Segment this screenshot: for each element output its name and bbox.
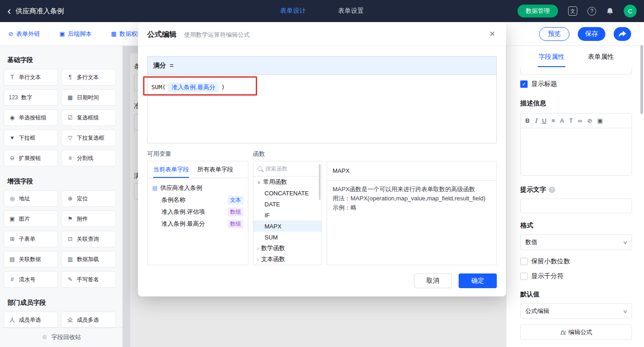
insert-image-icon[interactable]: ▣ xyxy=(597,117,603,124)
field-palette-item[interactable]: ⊞ 子表单 xyxy=(4,231,58,247)
function-row[interactable]: CONCATENATE xyxy=(253,188,322,199)
edit-formula-label: 编辑公式 xyxy=(569,328,592,336)
variables-tabs: 当前表单字段 所有表单字段 xyxy=(148,161,248,178)
field-palette-item[interactable]: # 流水号 xyxy=(4,271,58,288)
format-select[interactable]: 数值 ∨ xyxy=(520,234,632,250)
function-row[interactable]: › 数学函数 xyxy=(253,243,322,254)
function-row[interactable]: ∨ 常用函数 xyxy=(253,176,322,188)
bell-icon[interactable] xyxy=(606,7,614,15)
hint-label: 提示文字 ? xyxy=(520,186,632,194)
save-button[interactable]: 保存 xyxy=(578,27,605,41)
thousands-checkbox[interactable] xyxy=(520,273,528,280)
field-palette-item[interactable]: ✎ 手写签名 xyxy=(62,271,116,288)
field-palette-item[interactable]: ⊖ 扩展按钮 xyxy=(4,150,58,166)
function-search-input[interactable] xyxy=(265,165,317,172)
font-size-icon[interactable]: T xyxy=(569,117,573,124)
function-list-scrollbar[interactable] xyxy=(319,164,321,200)
topbar-right: 数据管理 文 ? C xyxy=(518,5,637,17)
topbar-tab[interactable]: 表单设置 xyxy=(338,7,364,15)
field-palette-item[interactable]: ▦ 日期时间 xyxy=(62,89,116,106)
field-palette-item[interactable]: ▣ 图片 xyxy=(4,210,58,227)
field-palette-item[interactable]: ⊡ 关联查询 xyxy=(62,231,116,247)
unlink-icon[interactable]: ⊘ xyxy=(587,117,592,124)
decimal-checkbox[interactable] xyxy=(520,258,528,265)
translate-icon[interactable]: 文 xyxy=(568,6,577,16)
cancel-button[interactable]: 取消 xyxy=(414,273,452,288)
edit-formula-button[interactable]: fx 编辑公式 xyxy=(520,324,632,340)
field-label: 下拉复选框 xyxy=(77,134,104,142)
function-row[interactable]: IF xyxy=(253,210,322,221)
toolbar-link-label: 后端脚本 xyxy=(68,30,92,38)
field-palette-item[interactable]: 众 成员多选 xyxy=(62,312,116,328)
avatar[interactable]: C xyxy=(624,5,637,17)
link-icon[interactable]: ∞ xyxy=(578,117,582,124)
field-recycle-bin[interactable]: ♲ 字段回收站 xyxy=(0,327,122,347)
data-manage-button[interactable]: 数据管理 xyxy=(518,5,558,17)
field-label: 数字 xyxy=(21,94,32,102)
modal-panels: 当前表单字段 所有表单字段 ▤ 供应商准入条例 条例名称 xyxy=(147,161,497,265)
back-icon[interactable]: ‹ xyxy=(7,6,11,17)
variable-type-tag: 数组 xyxy=(228,220,243,228)
properties-tab[interactable]: 表单属性 xyxy=(587,47,615,67)
variable-field[interactable]: 条例名称 文本 xyxy=(152,194,243,206)
field-title-input-partial[interactable] xyxy=(520,68,632,74)
bold-icon[interactable]: B xyxy=(525,117,529,124)
field-palette-item[interactable]: ≡ 分割线 xyxy=(62,150,116,166)
function-row[interactable]: MAPX xyxy=(253,221,322,232)
location-icon: ⊕ xyxy=(67,196,74,201)
field-palette-item[interactable]: ▤ 关联数据 xyxy=(4,251,58,267)
font-color-icon[interactable]: A xyxy=(560,117,564,124)
field-palette-item[interactable]: 人 成员单选 xyxy=(4,312,58,328)
close-icon[interactable]: × xyxy=(489,28,495,39)
field-palette-item[interactable]: ▥ 数据加载 xyxy=(62,251,116,267)
variable-field[interactable]: 准入条例.评估项 数组 xyxy=(152,206,243,218)
properties-tab[interactable]: 字段属性 xyxy=(538,47,565,67)
field-palette-item[interactable]: ☑ 复选框组 xyxy=(62,109,116,126)
underline-icon[interactable]: U xyxy=(542,117,546,124)
function-row[interactable]: DATE xyxy=(253,199,322,210)
field-palette-item[interactable]: ◎ 地址 xyxy=(4,190,58,207)
field-palette-item[interactable]: ▽ 下拉复选框 xyxy=(62,130,116,146)
default-value-select[interactable]: 公式编辑 ∨ xyxy=(520,303,632,319)
align-icon[interactable]: ≡ xyxy=(552,117,555,124)
show-title-checkbox[interactable]: ✓ xyxy=(520,80,528,88)
field-palette-item[interactable]: T 单行文本 xyxy=(4,69,58,85)
function-row[interactable]: SUM xyxy=(253,232,322,243)
variables-root[interactable]: ▤ 供应商准入条例 xyxy=(152,182,243,194)
hint-input[interactable] xyxy=(520,199,632,213)
field-palette-item[interactable]: ¶ 多行文本 xyxy=(62,69,116,85)
topbar-tab[interactable]: 表单设计 xyxy=(280,7,306,15)
italic-icon[interactable]: I xyxy=(535,117,537,124)
variables-tab[interactable]: 当前表单字段 xyxy=(153,161,189,178)
multi-line-text-icon: ¶ xyxy=(67,74,74,80)
description-editor[interactable]: B I U ≡ A T ∞ ⊘ ▣ xyxy=(520,113,632,176)
dropdown-multi-icon: ▽ xyxy=(67,135,74,141)
field-palette-item[interactable]: ▼ 下拉框 xyxy=(4,130,58,146)
help-icon[interactable]: ? xyxy=(587,7,596,16)
toolbar-actions: 预览 保存 xyxy=(539,27,631,41)
confirm-button[interactable]: 确定 xyxy=(459,273,497,288)
variable-field[interactable]: 准入条例.最高分 数组 xyxy=(152,218,243,230)
address-icon: ◎ xyxy=(9,196,16,201)
function-list: ∨ 常用函数 CONCATENATE DATE xyxy=(253,176,322,265)
variable-name: 准入条例.最高分 xyxy=(161,220,205,228)
field-palette-item[interactable]: ◉ 单选按钮组 xyxy=(4,109,58,126)
formula-field-chip[interactable]: 准入条例.最高分 xyxy=(168,82,219,92)
field-palette-item[interactable]: ⚑ 附件 xyxy=(62,210,116,227)
field-palette-item[interactable]: ⊕ 定位 xyxy=(62,190,116,207)
function-name: 数学函数 xyxy=(261,244,285,252)
function-row[interactable]: › 文本函数 xyxy=(253,254,322,265)
preview-button[interactable]: 预览 xyxy=(539,27,569,41)
hint-help-icon[interactable]: ? xyxy=(549,187,555,193)
tree-chevron-icon: › xyxy=(257,256,259,262)
variables-tab[interactable]: 所有表单字段 xyxy=(197,161,233,178)
toolbar-link[interactable]: ▣ 后端脚本 xyxy=(59,30,92,38)
field-palette-item[interactable]: 123 数字 xyxy=(4,89,58,106)
share-button[interactable] xyxy=(614,27,631,41)
function-detail-panel: MAPX MAPX函数是一个可以用来进行跨表单取数的高级函数 用法：MAPX(o… xyxy=(327,161,497,265)
divider-icon: ≡ xyxy=(67,155,74,161)
formula-input-area[interactable]: SUM(准入条例.最高分) xyxy=(148,75,496,143)
field-label: 关联数据 xyxy=(19,256,41,263)
vertical-scrollbar[interactable] xyxy=(640,45,643,114)
toolbar-link[interactable]: ⊘ 表单外链 xyxy=(8,30,40,38)
